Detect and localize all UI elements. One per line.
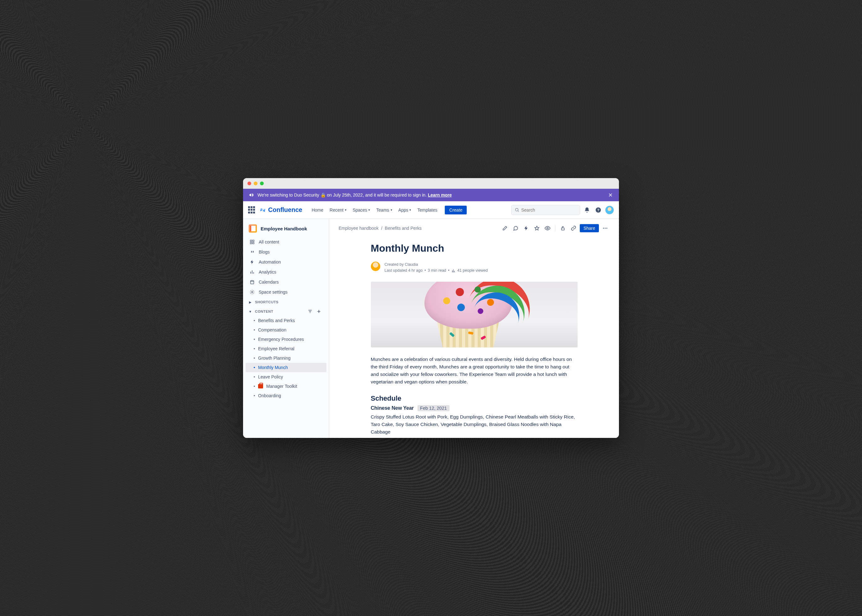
star-icon[interactable]	[533, 224, 541, 233]
svg-point-11	[603, 228, 604, 229]
bolt-icon	[249, 259, 255, 265]
bullet-icon	[254, 348, 255, 349]
sidebar-item-analytics[interactable]: Analytics	[246, 267, 326, 277]
space-header[interactable]: Employee Handbook	[246, 225, 326, 237]
analytics-icon	[451, 269, 455, 273]
author-avatar[interactable]	[371, 262, 380, 271]
tree-item-emergency-procedures[interactable]: Emergency Procedures	[246, 335, 326, 344]
sidebar-item-label: All content	[259, 239, 279, 244]
bullet-icon	[254, 320, 255, 321]
nav-teams[interactable]: Teams▾	[373, 206, 395, 214]
filter-icon[interactable]	[307, 309, 314, 314]
profile-avatar[interactable]	[605, 206, 614, 214]
space-title: Employee Handbook	[261, 226, 307, 231]
nav-recent[interactable]: Recent▾	[326, 206, 349, 214]
svg-rect-5	[250, 242, 252, 244]
chevron-down-icon: ▾	[368, 208, 370, 212]
window-close-button[interactable]	[247, 182, 251, 185]
event-title: Chinese New Year	[371, 405, 414, 411]
create-button[interactable]: Create	[445, 206, 467, 214]
bullet-icon	[254, 329, 255, 330]
tree-item-label: Growth Planning	[258, 355, 291, 361]
event-date: Feb 12, 2021	[418, 405, 449, 411]
sidebar-item-automation[interactable]: Automation	[246, 257, 326, 267]
restrictions-icon[interactable]	[558, 224, 567, 233]
chevron-down-icon: ▾	[345, 208, 347, 212]
window-maximize-button[interactable]	[260, 182, 264, 185]
more-icon[interactable]	[601, 224, 610, 233]
svg-rect-3	[250, 240, 252, 242]
sidebar-item-space-settings[interactable]: Space settings	[246, 287, 326, 297]
page-title: Monthly Munch	[371, 243, 578, 254]
tree-item-growth-planning[interactable]: Growth Planning	[246, 354, 326, 363]
banner-learn-more-link[interactable]: Learn more	[428, 193, 452, 198]
tree-item-benefits-and-perks[interactable]: Benefits and Perks	[246, 316, 326, 325]
nav-spaces[interactable]: Spaces▾	[350, 206, 373, 214]
space-icon	[249, 225, 257, 233]
share-button[interactable]: Share	[580, 224, 599, 232]
sidebar: Employee Handbook All contentBlogsAutoma…	[243, 219, 329, 438]
svg-text:?: ?	[597, 208, 599, 212]
content-section[interactable]: ▼ CONTENT	[246, 306, 326, 316]
intro-paragraph: Munches are a celebration of various cul…	[371, 355, 578, 386]
tree-item-manager-toolkit[interactable]: Manager Toolkit	[246, 382, 326, 391]
svg-point-8	[252, 291, 253, 293]
edit-icon[interactable]	[501, 224, 509, 233]
tree-item-onboarding[interactable]: Onboarding	[246, 391, 326, 400]
sidebar-item-label: Space settings	[259, 289, 288, 295]
notifications-icon[interactable]	[583, 206, 591, 214]
bullet-icon	[254, 386, 255, 387]
tree-item-leave-policy[interactable]: Leave Policy	[246, 372, 326, 382]
grid-icon	[249, 239, 255, 245]
gear-icon	[249, 289, 255, 295]
breadcrumb-item[interactable]: Employee handbook	[339, 226, 379, 231]
nav-templates[interactable]: Templates	[414, 206, 440, 214]
toolkit-icon	[258, 384, 263, 388]
help-icon[interactable]: ?	[594, 206, 603, 214]
window-minimize-button[interactable]	[254, 182, 257, 185]
content-label: CONTENT	[255, 310, 305, 313]
tree-item-employee-referral[interactable]: Employee Referral	[246, 344, 326, 354]
svg-point-13	[607, 228, 607, 229]
app-window: We're switching to Duo Security 🔒 on Jul…	[243, 178, 619, 438]
search-box[interactable]	[511, 205, 580, 215]
sidebar-item-calendars[interactable]: Calendars	[246, 277, 326, 287]
tree-item-label: Emergency Procedures	[258, 337, 304, 342]
quote-icon	[249, 249, 255, 255]
bolt-icon[interactable]	[522, 224, 531, 233]
tree-item-compensation[interactable]: Compensation	[246, 325, 326, 335]
svg-rect-4	[252, 240, 254, 242]
nav-home[interactable]: Home	[309, 206, 326, 214]
tree-item-label: Employee Referral	[258, 346, 295, 351]
page-toolbar: Employee handbook / Benefits and Perks S…	[329, 219, 619, 235]
megaphone-icon	[249, 192, 254, 198]
product-name: Confluence	[268, 206, 302, 214]
shortcuts-section[interactable]: ▶ SHORTCUTS	[246, 297, 326, 306]
tree-item-label: Benefits and Perks	[258, 318, 295, 323]
add-icon[interactable]	[316, 309, 323, 314]
sidebar-item-all-content[interactable]: All content	[246, 237, 326, 247]
chevron-right-icon: ▶	[248, 300, 252, 304]
confluence-logo[interactable]: Confluence	[259, 206, 302, 214]
tree-item-label: Onboarding	[258, 393, 281, 398]
comment-icon[interactable]	[511, 224, 520, 233]
event-row: Chinese New Year Feb 12, 2021	[371, 405, 578, 411]
svg-point-0	[515, 209, 518, 211]
separator	[555, 225, 555, 231]
breadcrumb-separator: /	[381, 226, 383, 231]
search-input[interactable]	[521, 207, 577, 212]
watch-icon[interactable]	[543, 224, 552, 233]
main-content: Employee handbook / Benefits and Perks S…	[329, 219, 619, 438]
banner-close-icon[interactable]	[608, 192, 613, 198]
tree-item-monthly-munch[interactable]: Monthly Munch	[246, 363, 326, 372]
shortcuts-label: SHORTCUTS	[255, 300, 323, 304]
breadcrumb-item[interactable]: Benefits and Perks	[385, 226, 422, 231]
sidebar-item-blogs[interactable]: Blogs	[246, 247, 326, 257]
announcement-banner: We're switching to Duo Security 🔒 on Jul…	[243, 189, 619, 201]
calendar-icon	[249, 279, 255, 285]
page-actions: Share	[501, 224, 610, 233]
sidebar-item-label: Analytics	[259, 269, 276, 275]
nav-apps[interactable]: Apps▾	[395, 206, 414, 214]
app-switcher-icon[interactable]	[248, 206, 255, 214]
link-icon[interactable]	[569, 224, 578, 233]
